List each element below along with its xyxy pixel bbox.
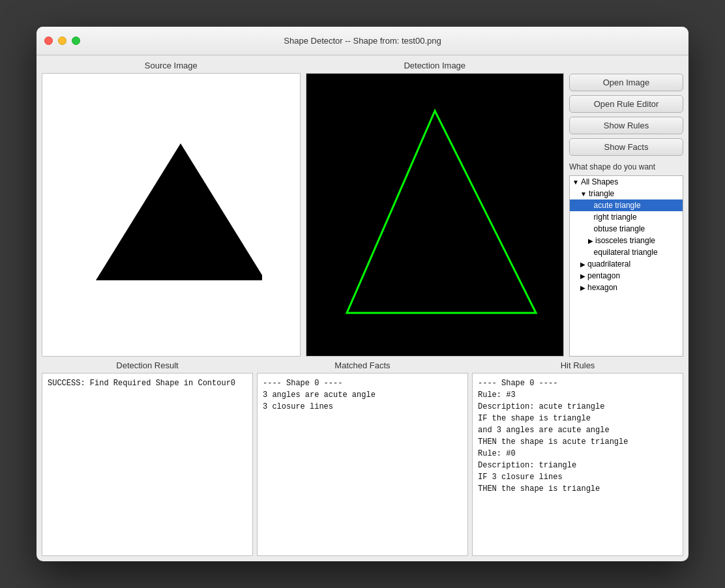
tree-item[interactable]: acute triangle xyxy=(570,199,683,211)
matched-facts-text: ---- Shape 0 ----3 angles are acute angl… xyxy=(263,379,376,411)
tree-arrow-icon: ▼ xyxy=(572,179,579,186)
matched-facts-label: Matched Facts xyxy=(257,360,468,370)
app-window: Shape Detector -- Shape from: test00.png… xyxy=(37,27,688,561)
detection-result-box: Detection Result SUCCESS: Find Required … xyxy=(42,360,253,556)
tree-arrow-icon: ▼ xyxy=(580,190,587,198)
detection-result-label: Detection Result xyxy=(42,360,253,370)
source-triangle-svg xyxy=(80,124,262,306)
source-panel: Source Image xyxy=(42,61,301,357)
source-panel-label: Source Image xyxy=(145,61,198,70)
maximize-button[interactable] xyxy=(72,37,80,45)
tree-item-label: pentagon xyxy=(587,271,620,280)
tree-item[interactable]: ▼triangle xyxy=(570,188,683,199)
detection-panel-label: Detection Image xyxy=(404,61,466,70)
tree-item-label: All Shapes xyxy=(581,177,618,186)
sidebar: Open Image Open Rule Editor Show Rules S… xyxy=(569,61,683,357)
minimize-button[interactable] xyxy=(58,37,67,45)
hit-rules-text: ---- Shape 0 ----Rule: #3Description: ac… xyxy=(478,379,628,493)
tree-spacer xyxy=(588,226,592,233)
titlebar: Shape Detector -- Shape from: test00.png xyxy=(37,27,688,55)
show-rules-button[interactable]: Show Rules xyxy=(569,117,683,134)
tree-spacer xyxy=(588,249,592,256)
detection-image-area xyxy=(306,73,565,357)
tree-item-label: acute triangle xyxy=(594,201,641,210)
tree-arrow-icon: ▶ xyxy=(588,237,593,244)
open-image-button[interactable]: Open Image xyxy=(569,74,683,91)
tree-item-label: hexagon xyxy=(587,283,617,292)
tree-item[interactable]: ▶hexagon xyxy=(570,282,683,293)
detection-triangle-svg xyxy=(311,98,559,332)
tree-item[interactable]: right triangle xyxy=(570,211,683,223)
tree-spacer xyxy=(588,214,592,221)
tree-item-label: quadrilateral xyxy=(587,259,630,269)
close-button[interactable] xyxy=(44,37,53,45)
tree-item-label: triangle xyxy=(589,189,614,198)
detection-triangle-shape xyxy=(347,111,536,313)
detection-result-text: SUCCESS: Find Required Shape in Contour0 xyxy=(48,379,235,388)
traffic-lights xyxy=(44,37,80,45)
matched-facts-box: Matched Facts ---- Shape 0 ----3 angles … xyxy=(257,360,468,556)
tree-item[interactable]: ▶isosceles triangle xyxy=(570,235,683,246)
shape-tree-view[interactable]: ▼All Shapes▼triangle acute triangle righ… xyxy=(569,175,683,357)
tree-item[interactable]: equilateral triangle xyxy=(570,246,683,258)
tree-arrow-icon: ▶ xyxy=(580,284,585,291)
tree-item-label: isosceles triangle xyxy=(595,236,655,245)
tree-arrow-icon: ▶ xyxy=(580,272,585,280)
tree-item[interactable]: ▶quadrilateral xyxy=(570,258,683,270)
open-rule-editor-button[interactable]: Open Rule Editor xyxy=(569,95,683,113)
main-content: Source Image Detection Image Open xyxy=(37,55,688,561)
detection-panel: Detection Image xyxy=(306,61,565,357)
top-panel: Source Image Detection Image Open xyxy=(42,61,683,357)
window-title: Shape Detector -- Shape from: test00.png xyxy=(284,36,441,46)
detection-result-content: SUCCESS: Find Required Shape in Contour0 xyxy=(42,373,253,556)
tree-item[interactable]: ▶pentagon xyxy=(570,270,683,282)
show-facts-button[interactable]: Show Facts xyxy=(569,138,683,156)
tree-item[interactable]: ▼All Shapes xyxy=(570,176,683,188)
tree-item-label: obtuse triangle xyxy=(594,224,645,233)
matched-facts-content: ---- Shape 0 ----3 angles are acute angl… xyxy=(257,373,468,556)
tree-item-label: right triangle xyxy=(594,213,637,222)
source-triangle-shape xyxy=(96,143,262,280)
tree-arrow-icon: ▶ xyxy=(580,261,585,268)
source-image-area xyxy=(42,73,301,357)
shape-selector-label: What shape do you want xyxy=(569,162,683,171)
tree-item[interactable]: obtuse triangle xyxy=(570,223,683,235)
hit-rules-box: Hit Rules ---- Shape 0 ----Rule: #3Descr… xyxy=(472,360,683,556)
tree-spacer xyxy=(588,202,592,209)
hit-rules-label: Hit Rules xyxy=(472,360,683,370)
hit-rules-content: ---- Shape 0 ----Rule: #3Description: ac… xyxy=(472,373,683,556)
bottom-panel: Detection Result SUCCESS: Find Required … xyxy=(42,360,683,556)
tree-item-label: equilateral triangle xyxy=(594,248,658,257)
